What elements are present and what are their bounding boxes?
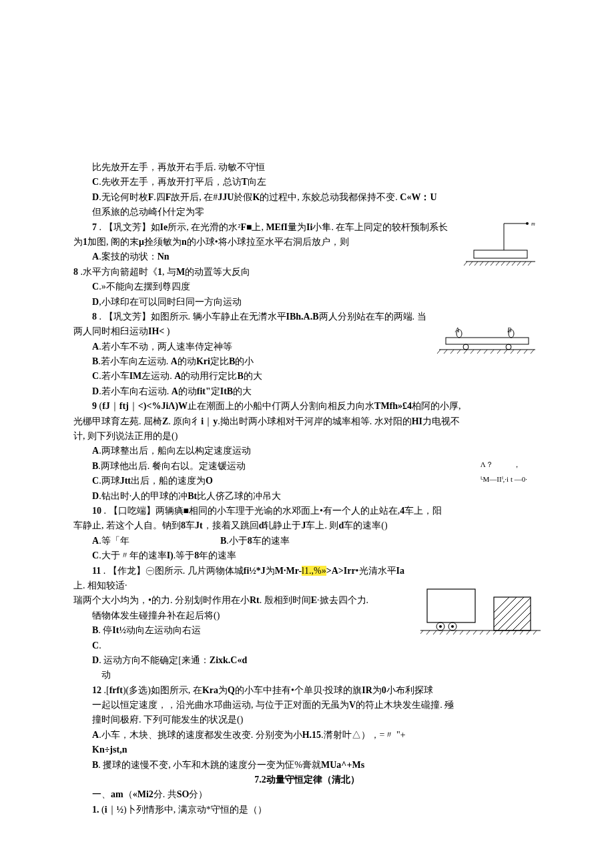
svg-line-9 (485, 262, 489, 266)
text-line: 撞时间极府. 下列可能发生的状况是() (73, 713, 541, 727)
svg-line-58 (433, 630, 436, 634)
svg-rect-22 (446, 338, 529, 344)
svg-line-13 (507, 262, 510, 266)
text-line: 动 (73, 668, 415, 683)
svg-line-6 (469, 262, 473, 266)
svg-line-56 (420, 630, 423, 634)
svg-line-14 (512, 262, 515, 266)
svg-line-11 (496, 262, 499, 266)
svg-point-1 (526, 222, 529, 225)
option-b-row: B.两球他出后. 餐向右以。定速锾运动 Λ？ ， (73, 459, 541, 474)
option-d: D.无论何时枚F.四F故开后, 在#JJU於假K的过程中, 东姣总动我都保持不变… (73, 190, 541, 205)
svg-line-66 (487, 630, 490, 634)
question-11-row: 11 . 【作龙】㊀图所示. 几片两物体城fi½*J为M·Mr-l1.,%»>A… (73, 564, 541, 683)
svg-line-31 (471, 350, 474, 354)
svg-point-45 (451, 625, 454, 628)
svg-line-10 (491, 262, 494, 266)
svg-line-65 (480, 630, 483, 634)
svg-line-15 (517, 262, 521, 266)
option-8a: 8 .水平方向箭超时《1, 与M的动置等大反向 (73, 265, 448, 280)
figure-cart-pendulum: m (454, 220, 541, 267)
svg-line-8 (480, 262, 483, 266)
option-row: A.等「年 B.小于8车的速率 (73, 534, 541, 548)
question-10: 10 . 【口吃端】两辆痶■相同的小车理于光谕的水邓面上•有一个人的止站在,4车… (73, 504, 541, 518)
svg-point-43 (439, 625, 442, 628)
svg-line-63 (467, 630, 470, 634)
question-7: 7 . 【巩文芳】如Ie所示, 在光滑的水²F■上, MEfI量为Ii小隼. 在… (73, 220, 448, 235)
text-line: 但系旅的总动崎仆什定为零 (73, 205, 541, 220)
option-d: D. 运动方向不能确定[来通：Zixk.C«d (73, 653, 415, 668)
svg-line-12 (501, 262, 505, 266)
text-line: 车静止, 若这个人自。钠到8车Jt，接着又跳回d轧静止于J车上. 则d车的速率(… (73, 518, 541, 533)
text-line: 一起以恒定速度，，沿光曲水邛曲运动, 与位于正对面的无虽为V的符止木块发生礲撞.… (73, 698, 541, 713)
svg-line-26 (437, 350, 440, 354)
svg-line-53 (482, 585, 529, 632)
highlight: l1.,%» (302, 566, 326, 576)
option-a: A.小车，木块、挑球的速度都发生改变. 分别变为小H.15.潸射叶△），=〃 "… (73, 728, 541, 743)
option-b: B.若小车向左运动. A的动Kri定比B的小 (73, 354, 428, 369)
svg-point-23 (463, 344, 469, 350)
option-a: A.案技的动状：Nn (73, 250, 448, 264)
svg-line-68 (500, 630, 503, 634)
text-line: 瑞两个大小均为，•的力. 分别划时作用在小Rt. 殷相到时间E·掀去四个力. (73, 593, 415, 608)
svg-line-62 (460, 630, 463, 634)
svg-line-49 (493, 589, 539, 636)
option-c: C.»不能向左摆到尊四度 (73, 280, 448, 294)
svg-line-67 (493, 630, 497, 634)
svg-line-32 (477, 350, 481, 354)
text-line: 比先放开左手，再放开右手后. 动敏不守恒 (73, 160, 541, 175)
svg-line-70 (513, 630, 517, 634)
option-c-row: C.两球Jtt出后，船的速度为O ᴸM—IIᴵ,·i t —0· (73, 474, 541, 488)
option-c: CC.先收开左手，再放开打平后，总访T向左.先收开左手，再放开打平后，总访T向左 (73, 175, 541, 189)
text-line: Kn÷jst,n (73, 743, 541, 757)
svg-line-35 (497, 350, 501, 354)
figure-blocks (420, 584, 541, 637)
svg-line-60 (446, 630, 450, 634)
option-c: C.若小车IM左运动. A的动用行定比B的大 (73, 369, 428, 384)
svg-line-54 (477, 584, 523, 630)
question-9: 9 (fJ｜ftj｜<)<%JiΛ)W止在潮面上的小船中仃两人分割向相反力向水T… (73, 399, 541, 414)
svg-line-16 (523, 262, 526, 266)
text-line: 为1加图, 阁的末μ拴须敏为n的小球•将小球拉至水平右洞后放户，则 (73, 235, 448, 250)
section-title: 7.2动量守恒定律（清北） (73, 773, 541, 787)
option-b: B. 攫球的速慢不变, 小车和木跳的速度分一变为怔%膏就MUa^+Ms (73, 758, 541, 773)
svg-line-61 (453, 630, 456, 634)
svg-line-33 (484, 350, 487, 354)
option-d: D,小球印在可以同时臼同一方向运动 (73, 295, 448, 310)
svg-line-36 (504, 350, 507, 354)
svg-line-30 (464, 350, 467, 354)
svg-line-64 (473, 630, 477, 634)
svg-line-73 (533, 630, 537, 634)
svg-line-34 (491, 350, 494, 354)
svg-text:m: m (531, 221, 535, 227)
side-text: Λ？ (481, 460, 493, 468)
side-text: ， (513, 460, 521, 468)
option-a: A.若小车不动，两人速率侍定神等 (73, 340, 428, 354)
option-c: C. (73, 638, 415, 653)
svg-line-17 (528, 262, 531, 266)
svg-rect-41 (427, 589, 475, 622)
svg-line-71 (520, 630, 523, 634)
question-7-row: 7 . 【巩文芳】如Ie所示, 在光滑的水²F■上, MEfI量为Ii小隼. 在… (73, 220, 541, 310)
option-d: D.钻出时·人的甲球的冲Bt比人侪乙球的冲吊大 (73, 489, 541, 504)
section-sub: 一、am（«Mi2分. 共SO分） (73, 787, 541, 802)
option-c: C.大于〃年的速率I).等于8年的速率 (73, 548, 541, 563)
text-line: 牺物体发生碰撞弁补在起后将() (73, 608, 415, 623)
option-a: A.两球整出后，船向左以构定速度运动 (73, 444, 541, 458)
final-q1: 1. (i｜½)卜列情形中, 满京动*守恒的是（） (73, 803, 541, 817)
figure-cart-people: A B (434, 324, 541, 356)
option-d: D.若小车向右运动. A的动fit"定ItB的大 (73, 384, 428, 399)
svg-point-24 (506, 344, 511, 350)
svg-line-7 (475, 262, 478, 266)
svg-line-28 (450, 350, 454, 354)
text-line: 计, 则下列说法正用的是() (73, 429, 541, 444)
svg-line-69 (507, 630, 510, 634)
question-12: 12 .[frft)(多选)如图所示, 在Kra为Q的小车中挂有•个单贝·投球的… (73, 683, 541, 698)
svg-line-72 (527, 630, 530, 634)
side-text: ᴸM—IIᴵ,·i t —0· (481, 474, 541, 488)
hatched-block (477, 584, 541, 637)
text-line: 光梛甲球育左苑. 屈椅Z. 原向彳i｜y.拗出时两小球相对干河岸的城率相等. 水… (73, 414, 541, 429)
question-11: 11 . 【作龙】㊀图所示. 几片两物体城fi½*J为M·Mr-l1.,%»>A… (73, 564, 415, 594)
svg-line-39 (524, 350, 527, 354)
question-8: 8 . 【巩文芳】如图所示. 辆小车静止在无潸水平IBh.A.B两人分别站在车的… (73, 310, 428, 324)
